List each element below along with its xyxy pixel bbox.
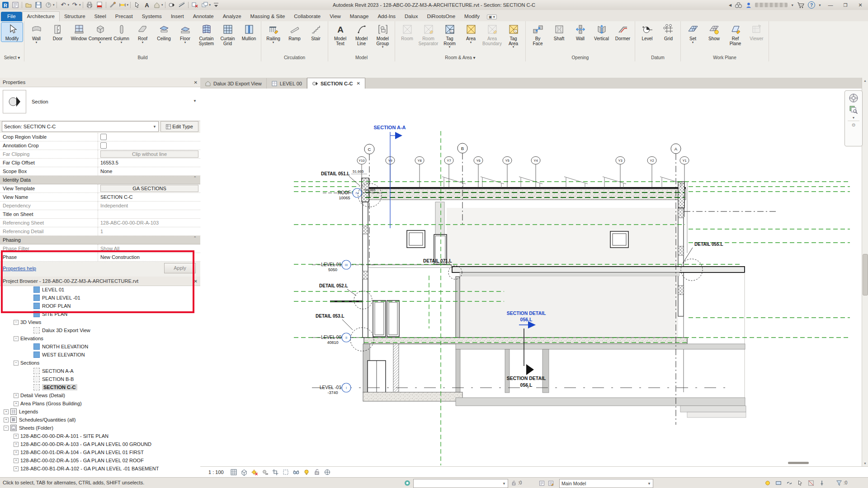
ribbon-tab-annotate[interactable]: Annotate [189,12,218,21]
thin-lines-icon[interactable] [177,1,186,9]
modify-arrow-icon[interactable] [132,1,142,9]
tree-item-detail-views-detail-[interactable]: +Detail Views (Detail) [0,391,200,399]
show-button[interactable]: Show [703,23,725,42]
close-icon[interactable]: ✕ [194,80,198,85]
ribbon-tab-steel[interactable]: Steel [90,12,111,21]
undo-icon[interactable]: ↶ [59,1,68,9]
tree-item-west-elevation[interactable]: WEST ELEVATION [0,351,200,359]
edit-type-button[interactable]: Edit Type [160,121,198,132]
section-mark-icon[interactable] [167,1,176,9]
tree-item-128-abc-00-02-dr-a-105-ga-plan-level-02-[interactable]: +128-ABC-00-02-DR-A-105 - GA PLAN LEVEL … [0,456,200,465]
sun-path-icon[interactable] [250,468,259,476]
value-button[interactable]: GA SECTIONS [100,185,198,192]
view-tab-section-c-c[interactable]: SECTION C-C✕ [307,78,365,89]
minimize-button[interactable]: — [825,1,836,9]
ribbon-tab-view[interactable]: View [325,12,345,21]
properties-doc-icon[interactable] [11,1,20,9]
crop-view-icon[interactable] [271,468,279,476]
ribbon-tab-insert[interactable]: Insert [166,12,189,21]
ribbon-tab-file[interactable]: File [1,12,22,21]
dropdown-icon[interactable]: ▾ [127,3,129,7]
wall-button[interactable]: Wall▼ [26,23,47,44]
door-button[interactable]: Door [47,23,68,42]
view-scale[interactable]: 1 : 100 [208,469,224,475]
text-a-icon[interactable]: A [142,1,151,9]
close-hidden-icon[interactable] [190,1,199,9]
ribbon-tab-precast[interactable]: Precast [111,12,137,21]
collapse-icon[interactable]: ◀ [729,3,731,7]
dormer-button[interactable]: Dormer [612,23,633,42]
detail-level-icon[interactable] [230,468,238,476]
pdf-export-icon[interactable] [95,1,104,9]
tree-item-sections[interactable]: −Sections [0,359,200,367]
tree-item-elevations[interactable]: −Elevations [0,334,200,343]
tree-item-sheets-folder-[interactable]: −Sheets (Folder) [0,424,200,432]
set-button[interactable]: Set▼ [682,23,703,44]
collapse-icon[interactable]: − [4,426,9,431]
tree-item-section-b-b[interactable]: SECTION B-B [0,375,200,383]
ribbon-tab-massing-site[interactable]: Massing & Site [246,12,290,21]
ribbon-tab-dirootsone[interactable]: DiRootsOne [422,12,460,21]
dimension-icon[interactable] [118,1,127,9]
navigation-bar[interactable]: ▼ ⊖ [844,90,863,146]
dropdown-icon[interactable]: ▼ [818,4,821,7]
pin-icon[interactable] [818,479,826,487]
dropdown-icon[interactable]: ▾ [79,3,81,7]
window-button[interactable]: Window [68,23,90,42]
design-options-edit-icon[interactable] [547,479,554,487]
model-line-button[interactable]: Model Line [351,23,372,46]
property-group-phasing[interactable]: Phasing⌃ [0,236,200,244]
save-icon[interactable] [34,1,43,9]
checkbox[interactable] [100,134,107,140]
vertical-scrollbar-thumb[interactable] [863,254,868,296]
tree-item-section-c-c[interactable]: SECTION C-C [0,383,200,391]
value-button[interactable]: Clip without line [100,150,198,158]
tree-item-north-elevation[interactable]: NORTH ELEVATION [0,343,200,351]
tree-item-plan-level-01[interactable]: PLAN LEVEL -01 [0,294,200,302]
expand-icon[interactable]: + [14,393,19,398]
home-3d-icon[interactable] [152,1,161,9]
reveal-hidden-icon[interactable] [302,468,311,476]
ribbon-tab-architecture[interactable]: Architecture [22,11,60,21]
dropdown-icon[interactable]: ▼ [791,4,794,7]
temporary-hide-icon[interactable] [292,468,300,476]
editable-only-icon[interactable] [510,479,517,487]
tag-room-button[interactable]: 1Tag Room▼ [439,23,460,48]
filter-icon[interactable] [835,479,843,487]
view-tab-dalux-3d-export-view[interactable]: Dalux 3D Export View [200,78,267,89]
ribbon-tab-structure[interactable]: Structure [60,12,90,21]
close-button[interactable]: ✕ [854,1,866,9]
model-text-button[interactable]: AModel Text [330,23,351,46]
railing-button[interactable]: Railing▼ [263,23,284,44]
expand-icon[interactable]: + [4,418,9,422]
floor-button[interactable]: Floor▼ [175,23,196,44]
chevron-down-icon[interactable]: ▼ [852,116,855,119]
tag-area-button[interactable]: 1Tag Area▼ [503,23,524,48]
print-icon[interactable] [85,1,94,9]
area-button[interactable]: Area▼ [460,23,481,44]
ribbon-tab-add-ins[interactable]: Add-Ins [373,12,400,21]
tree-item-3d-views[interactable]: −3D Views [0,318,200,326]
worksharing-display-icon[interactable] [323,468,331,476]
type-selector[interactable]: Section: SECTION C-C▼ [2,121,159,132]
tree-item-schedules-quantities-all-[interactable]: +Schedules/Quantities (all) [0,416,200,424]
tree-item-128-abc-00-00-dr-a-103-ga-plan-level-00-[interactable]: +128-ABC-00-00-DR-A-103 - GA PLAN LEVEL … [0,440,200,448]
tree-item-dalux-3d-export-view[interactable]: Dalux 3D Export View [0,326,200,334]
redo-icon[interactable]: ↷ [70,1,79,9]
revit-logo-icon[interactable]: R [1,1,10,9]
tree-item-area-plans-gross-building-[interactable]: +Area Plans (Gross Building) [0,399,200,408]
visual-style-icon[interactable] [240,468,248,476]
editable-only-icon[interactable] [764,479,771,487]
worksets-icon[interactable] [775,479,782,487]
curtain-system-button[interactable]: Curtain System [196,23,217,46]
mullion-button[interactable]: Mullion [238,23,259,42]
show-crop-icon[interactable] [282,468,290,476]
checkbox[interactable] [100,142,107,149]
expand-icon[interactable]: + [4,409,9,414]
expand-icon[interactable]: + [14,450,19,455]
switch-windows-icon[interactable] [200,1,209,9]
measure-icon[interactable] [108,1,117,9]
ribbon-tab-dalux[interactable]: Dalux [400,12,422,21]
wall-button[interactable]: Wall [570,23,591,42]
tree-item-site-plan[interactable]: SITE PLAN [0,310,200,318]
